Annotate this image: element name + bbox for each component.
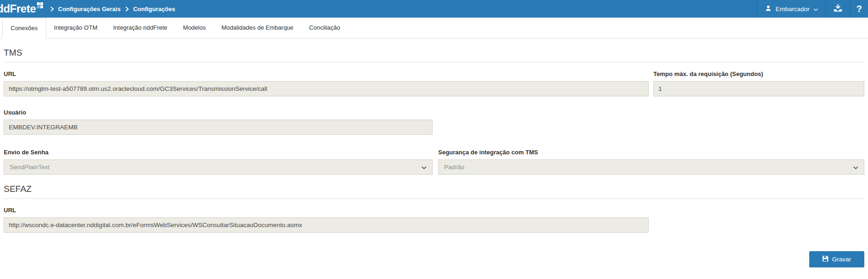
user-icon (765, 5, 772, 13)
password-mode-value: SendPlainText (10, 164, 50, 171)
chevron-down-icon (813, 6, 818, 13)
app-header: ddFrete Configurações Gerais Configuraçõ… (0, 0, 868, 18)
tms-security-select[interactable]: Padrão (438, 159, 864, 175)
tms-timeout-label: Tempo máx. da requisição (Segundos) (653, 70, 864, 77)
save-button-label: Gravar (832, 256, 851, 263)
tms-user-label: Usuário (4, 109, 433, 116)
sefaz-url-label: URL (4, 207, 649, 214)
tms-security-value: Padrão (444, 164, 465, 171)
tab-conciliacao[interactable]: Conciliação (301, 18, 348, 38)
tab-modelos[interactable]: Modelos (175, 18, 214, 38)
download-button[interactable] (825, 0, 850, 18)
floppy-disk-icon (822, 255, 829, 263)
chevron-down-icon (853, 163, 858, 171)
tab-integracao-nddfrete[interactable]: Integração nddFrete (105, 18, 175, 38)
user-role-label: Embarcador (775, 6, 810, 13)
user-role-menu[interactable]: Embarcador (757, 0, 825, 18)
connections-panel: TMS URL Tempo máx. da requisição (Segund… (0, 48, 868, 267)
tms-url-input[interactable] (4, 81, 649, 96)
download-icon (833, 4, 843, 14)
tms-timeout-input[interactable] (653, 81, 864, 96)
app-logo[interactable]: ddFrete (0, 0, 43, 18)
sefaz-url-input[interactable] (4, 217, 649, 233)
password-mode-label: Envio de Senha (4, 149, 433, 156)
logo-squares-icon (37, 2, 43, 8)
tms-url-label: URL (4, 70, 649, 77)
breadcrumb-item-configuracoes[interactable]: Configurações (133, 6, 175, 13)
chevron-right-icon (125, 6, 129, 12)
save-button[interactable]: Gravar (809, 251, 864, 267)
logo-text: ddFrete (0, 0, 36, 18)
tab-modalidades-de-embarque[interactable]: Modalidades de Embarque (214, 18, 301, 38)
header-right-cluster: Embarcador ? (757, 0, 868, 18)
breadcrumb: Configurações Gerais Configurações (50, 0, 175, 18)
tms-user-input[interactable] (4, 120, 433, 135)
help-button[interactable]: ? (850, 0, 868, 18)
password-mode-select[interactable]: SendPlainText (4, 159, 433, 175)
section-divider (4, 198, 864, 199)
chevron-down-icon (422, 163, 427, 171)
section-divider (4, 62, 864, 63)
tms-section-title: TMS (4, 48, 864, 58)
help-icon: ? (856, 4, 862, 14)
tab-integracao-otm[interactable]: Integração OTM (46, 18, 105, 38)
tab-conexoes[interactable]: Conexões (2, 18, 46, 38)
chevron-right-icon (50, 6, 54, 12)
sefaz-section-title: SEFAZ (4, 184, 864, 194)
breadcrumb-item-configuracoes-gerais[interactable]: Configurações Gerais (58, 6, 121, 13)
settings-tabbar: Conexões Integração OTM Integração nddFr… (0, 18, 868, 38)
tms-security-label: Segurança de integração com TMS (438, 149, 864, 156)
